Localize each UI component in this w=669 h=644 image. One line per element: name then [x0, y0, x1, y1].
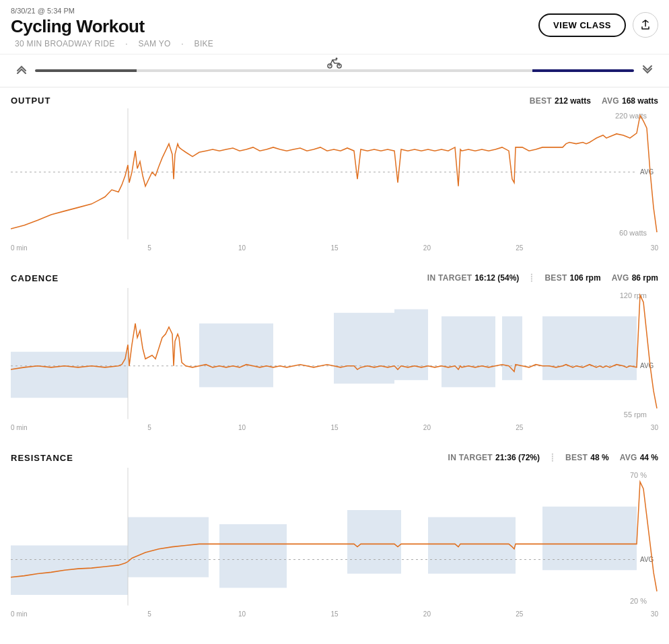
cadence-header: CADENCE IN TARGET 16:12 (54%) ⁞ BEST 106… [11, 271, 658, 285]
double-chevron-down-icon [641, 63, 654, 77]
svg-text:70 %: 70 % [630, 470, 647, 478]
resistance-x-axis: 0 min 5 10 15 20 25 30 [11, 609, 658, 618]
resistance-section: RESISTANCE IN TARGET 21:36 (72%) ⁞ BEST … [0, 450, 669, 618]
timestamp: 8/30/21 @ 5:34 PM [11, 7, 217, 15]
cadence-section: CADENCE IN TARGET 16:12 (54%) ⁞ BEST 106… [0, 271, 669, 431]
svg-rect-26 [428, 517, 516, 574]
cadence-stats: IN TARGET 16:12 (54%) ⁞ BEST 106 rpm AVG… [427, 271, 658, 285]
resistance-intarget-val: 21:36 (72%) [495, 453, 540, 462]
header: 8/30/21 @ 5:34 PM Cycling Workout 30 MIN… [0, 0, 669, 55]
type-label: BIKE [195, 39, 214, 48]
cadence-in-target: IN TARGET 16:12 (54%) [427, 273, 520, 283]
resistance-intarget-key: IN TARGET [448, 453, 493, 462]
resistance-x-20: 20 [381, 610, 473, 618]
svg-text:AVG: AVG [640, 168, 654, 176]
x-label-15: 15 [288, 244, 380, 252]
subtitle: 30 MIN BROADWAY RIDE · SAM YO · BIKE [11, 39, 217, 48]
svg-rect-16 [542, 316, 637, 380]
resistance-best-key: BEST [565, 453, 588, 462]
cadence-avg-val: 86 rpm [632, 273, 658, 283]
page-title: Cycling Workout [11, 16, 217, 37]
svg-text:AVG: AVG [640, 362, 654, 369]
cadence-x-axis: 0 min 5 10 15 20 25 30 [11, 423, 658, 431]
output-avg-key: AVG [602, 96, 619, 106]
share-button[interactable] [633, 12, 658, 38]
view-class-button[interactable]: VIEW CLASS [538, 13, 626, 37]
svg-rect-24 [219, 524, 287, 588]
cadence-chart: 120 rpm 55 rpm AVG [11, 288, 658, 423]
cadence-x-0: 0 min [11, 424, 103, 431]
resistance-best-val: 48 % [590, 453, 608, 462]
double-chevron-up-icon [15, 63, 28, 76]
dot-separator2: · [181, 39, 184, 48]
svg-rect-14 [442, 316, 495, 387]
resistance-x-0: 0 min [11, 610, 103, 618]
cadence-intarget-key: IN TARGET [427, 273, 472, 283]
svg-text:60 watts: 60 watts [619, 229, 647, 237]
svg-rect-15 [502, 316, 522, 380]
cadence-x-20: 20 [381, 424, 473, 431]
progress-segment-1 [35, 69, 137, 72]
nav-bar [0, 55, 669, 87]
resistance-x-15: 15 [288, 610, 380, 618]
output-section: OUTPUT BEST 212 watts AVG 168 watts 220 … [0, 96, 669, 252]
output-avg: AVG 168 watts [602, 96, 658, 106]
output-x-axis: 0 min 5 10 15 20 25 30 [11, 243, 658, 252]
output-header: OUTPUT BEST 212 watts AVG 168 watts [11, 96, 658, 106]
header-left: 8/30/21 @ 5:34 PM Cycling Workout 30 MIN… [11, 7, 217, 48]
cadence-chart-svg: 120 rpm 55 rpm AVG [11, 288, 658, 423]
svg-rect-13 [394, 310, 428, 380]
x-label-30: 30 [566, 244, 658, 252]
x-label-10: 10 [196, 244, 288, 252]
svg-text:20 %: 20 % [630, 596, 647, 604]
resistance-divider: ⁞ [551, 450, 555, 465]
resistance-label: RESISTANCE [11, 453, 73, 463]
output-best: BEST 212 watts [530, 96, 591, 106]
nav-icon-left[interactable] [8, 55, 35, 87]
ride-label: 30 MIN BROADWAY RIDE [15, 39, 114, 48]
cycling-icon[interactable] [326, 55, 343, 74]
cadence-label: CADENCE [11, 273, 59, 283]
svg-rect-11 [199, 324, 273, 388]
resistance-best: BEST 48 % [565, 453, 609, 462]
resistance-x-10: 10 [196, 610, 288, 618]
resistance-x-5: 5 [103, 610, 195, 618]
output-best-key: BEST [530, 96, 552, 106]
cadence-x-10: 10 [196, 424, 288, 431]
nav-icon-right[interactable] [634, 55, 661, 87]
svg-point-2 [335, 58, 337, 60]
cadence-x-15: 15 [288, 424, 380, 431]
resistance-header: RESISTANCE IN TARGET 21:36 (72%) ⁞ BEST … [11, 450, 658, 465]
svg-rect-25 [347, 510, 401, 574]
cadence-divider: ⁞ [530, 271, 534, 285]
instructor-label: SAM YO [138, 39, 170, 48]
resistance-chart-svg: 70 % 20 % AVG [11, 468, 658, 609]
svg-rect-10 [11, 352, 128, 398]
x-label-25: 25 [473, 244, 565, 252]
cadence-best: BEST 106 rpm [544, 273, 600, 283]
output-chart: 220 watts 60 watts AVG [11, 108, 658, 243]
output-label: OUTPUT [11, 96, 50, 106]
cadence-x-25: 25 [473, 424, 565, 431]
svg-text:55 rpm: 55 rpm [624, 410, 647, 418]
svg-rect-12 [334, 313, 394, 384]
x-label-20: 20 [381, 244, 473, 252]
cadence-x-30: 30 [566, 424, 658, 431]
x-label-5: 5 [103, 244, 195, 252]
cadence-x-5: 5 [103, 424, 195, 431]
resistance-in-target: IN TARGET 21:36 (72%) [448, 453, 540, 462]
cadence-best-val: 106 rpm [570, 273, 601, 283]
cadence-intarget-val: 16:12 (54%) [474, 273, 519, 283]
resistance-stats: IN TARGET 21:36 (72%) ⁞ BEST 48 % AVG 44… [448, 450, 658, 465]
output-stats: BEST 212 watts AVG 168 watts [530, 96, 658, 106]
svg-rect-27 [542, 507, 637, 571]
output-chart-svg: 220 watts 60 watts AVG [11, 108, 658, 243]
svg-text:120 rpm: 120 rpm [620, 291, 647, 299]
progress-segment-3 [532, 69, 634, 72]
cadence-avg: AVG 86 rpm [612, 273, 658, 283]
resistance-avg-val: 44 % [640, 453, 658, 462]
resistance-x-30: 30 [566, 610, 658, 618]
share-icon [640, 20, 651, 30]
output-avg-val: 168 watts [622, 96, 658, 106]
x-label-0: 0 min [11, 244, 103, 252]
